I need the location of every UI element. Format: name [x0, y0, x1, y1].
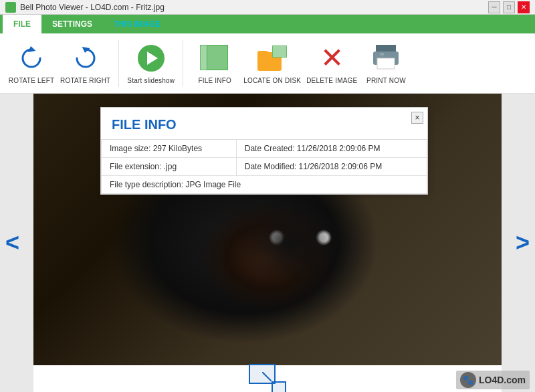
- prev-image-button[interactable]: <: [5, 229, 19, 257]
- slideshow-icon-wrap: [135, 42, 167, 74]
- rotate-right-icon: [74, 46, 98, 70]
- dialog-title: FILE INFO: [101, 108, 427, 140]
- minimize-button[interactable]: ─: [488, 1, 500, 13]
- locate-disk-icon: [257, 45, 287, 71]
- print-now-button[interactable]: PRINT NOW: [362, 42, 409, 84]
- table-row: File extension: .jpg Date Modified: 11/2…: [102, 158, 427, 176]
- thumbnail-connector-icon: [262, 372, 272, 381]
- rotate-right-label: ROTATE RIGHT: [60, 77, 110, 84]
- locate-disk-icon-wrap: [256, 42, 288, 74]
- toolbar: ROTATE LEFT ROTATE RIGHT Start slideshow: [0, 33, 535, 94]
- play-triangle-icon: [147, 52, 158, 65]
- title-bar-left: Bell Photo Viewer - LO4D.com - Fritz.jpg: [5, 2, 165, 13]
- locate-disk-label: LOCATE ON DISK: [243, 77, 301, 84]
- svg-rect-4: [377, 58, 395, 69]
- table-cell: Image size: 297 KiloBytes: [102, 140, 237, 158]
- rotate-left-svg: [19, 46, 43, 70]
- watermark-icon: 🐾: [460, 372, 476, 388]
- table-cell: Date Modified: 11/26/2018 2:09:06 PM: [236, 158, 427, 176]
- title-bar-controls: ─ □ ✕: [488, 1, 530, 13]
- app-icon: [5, 2, 16, 13]
- divider-1: [118, 40, 119, 87]
- svg-line-6: [262, 372, 272, 381]
- watermark-text: LO4D.com: [479, 375, 526, 385]
- table-cell: File type description: JPG Image File: [102, 176, 427, 194]
- table-cell: File extension: .jpg: [102, 158, 237, 176]
- tab-file[interactable]: FILE: [3, 15, 41, 33]
- file-info-label: FILE INFO: [198, 77, 231, 84]
- rotate-right-icon-wrap: [70, 42, 102, 74]
- slideshow-button[interactable]: Start slideshow: [127, 42, 175, 84]
- main-content: < × FILE INFO Image size: 297 KiloBytes …: [0, 94, 535, 392]
- file-info-button[interactable]: FILE INFO: [191, 42, 238, 84]
- slideshow-label: Start slideshow: [127, 77, 175, 84]
- delete-image-button[interactable]: ✕ DELETE IMAGE: [306, 42, 357, 84]
- bottom-strip: [33, 365, 502, 392]
- dialog-close-button[interactable]: ×: [411, 112, 423, 124]
- image-display: × FILE INFO Image size: 297 KiloBytes Da…: [33, 94, 502, 365]
- file-info-icon: [200, 45, 229, 72]
- watermark: 🐾 LO4D.com: [456, 371, 530, 389]
- divider-2: [183, 40, 183, 87]
- file-icon-front: [207, 45, 228, 70]
- rotate-left-button[interactable]: ROTATE LEFT: [8, 42, 55, 84]
- rotate-right-button[interactable]: ROTATE RIGHT: [60, 42, 110, 84]
- rotate-left-icon: [19, 46, 43, 70]
- tab-this-image[interactable]: THIS IMAGE: [103, 15, 171, 33]
- print-now-icon-wrap: [370, 42, 402, 74]
- table-row: Image size: 297 KiloBytes Date Created: …: [102, 140, 427, 158]
- delete-x-icon: ✕: [320, 44, 344, 72]
- file-info-icon-wrap: [199, 42, 231, 74]
- close-button[interactable]: ✕: [518, 1, 530, 13]
- locate-disk-button[interactable]: LOCATE ON DISK: [243, 42, 301, 84]
- thumbnail-navigator[interactable]: [249, 364, 286, 392]
- delete-image-label: DELETE IMAGE: [306, 77, 357, 84]
- delete-image-icon-wrap: ✕: [316, 42, 348, 74]
- slideshow-icon: [138, 45, 165, 72]
- next-image-button[interactable]: >: [516, 229, 530, 257]
- table-row: File type description: JPG Image File: [102, 176, 427, 194]
- rotate-left-label: ROTATE LEFT: [9, 77, 55, 84]
- thumbnail-zoom-frame: [272, 381, 286, 392]
- table-cell: Date Created: 11/26/2018 2:09:06 PM: [236, 140, 427, 158]
- image-thumb-icon: [272, 45, 287, 58]
- file-info-table: Image size: 297 KiloBytes Date Created: …: [101, 140, 427, 194]
- rotate-left-icon-wrap: [15, 42, 47, 74]
- window-title: Bell Photo Viewer - LO4D.com - Fritz.jpg: [20, 3, 165, 12]
- menu-tabs: FILE SETTINGS THIS IMAGE: [0, 15, 535, 33]
- maximize-button[interactable]: □: [503, 1, 515, 13]
- svg-rect-5: [380, 53, 384, 56]
- rotate-right-svg: [74, 46, 98, 70]
- title-bar: Bell Photo Viewer - LO4D.com - Fritz.jpg…: [0, 0, 535, 15]
- file-info-dialog: × FILE INFO Image size: 297 KiloBytes Da…: [100, 107, 428, 195]
- print-icon: [371, 45, 401, 72]
- tab-settings[interactable]: SETTINGS: [41, 15, 103, 33]
- print-now-label: PRINT NOW: [366, 77, 406, 84]
